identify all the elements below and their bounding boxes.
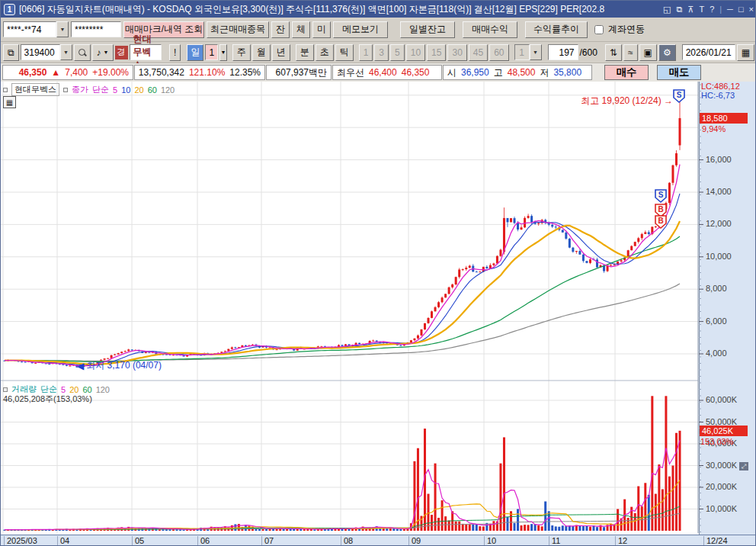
candle-count-input[interactable]: [548, 44, 578, 60]
sell-button[interactable]: 매도: [657, 65, 701, 80]
price-cell: 46,350 ▲ 7,400 +19.00%: [2, 65, 133, 80]
daily-balance-button[interactable]: 일별잔고: [400, 21, 455, 38]
quote-bar: 46,350 ▲ 7,400 +19.00% 13,750,342 121.10…: [1, 63, 756, 82]
interval-value[interactable]: 1: [205, 44, 218, 60]
minute-60-button[interactable]: 60: [489, 44, 508, 61]
period-month-button[interactable]: 월: [252, 44, 271, 61]
pin-icon[interactable]: ⊼: [687, 5, 694, 14]
volume-axis-label: 50,000K: [706, 417, 737, 426]
x-axis-label: 09: [408, 536, 421, 546]
stock-name-field[interactable]: 현대무벡스: [130, 44, 162, 60]
minute-45-button[interactable]: 45: [469, 44, 488, 61]
unfilled-button[interactable]: 미: [312, 21, 331, 38]
filled-button[interactable]: 체: [292, 21, 310, 38]
save-icon[interactable]: ▣: [639, 44, 657, 61]
x-axis-label: 05: [132, 536, 144, 546]
value-cell: 607,937백만: [266, 65, 332, 80]
investment-warning-badge: 경: [115, 46, 128, 59]
svg-text:B: B: [658, 217, 663, 225]
account-link-checkbox[interactable]: [594, 25, 604, 34]
day-volume: 13,750,342: [139, 67, 184, 78]
grid-tool-icon[interactable]: ▦: [3, 96, 16, 108]
low-label: 저: [540, 66, 549, 79]
stock-code-input[interactable]: [21, 44, 60, 60]
svg-text:B: B: [658, 205, 663, 214]
high-label: 고: [494, 66, 503, 79]
account-input[interactable]: [3, 21, 56, 37]
trade-profit-button[interactable]: 매매수익: [463, 21, 517, 38]
app-window: 1 [0606] 자동일지차트(매매내역) - KOSDAQ 외국인보유[3,3…: [0, 0, 756, 546]
current-price-pct: 9,94%: [702, 124, 726, 133]
chart-region: SSBB 현대무벡스 종가 단순 5 10 20 60 120 ▦ 최고 19,…: [1, 82, 756, 546]
popout-icon[interactable]: ◱: [663, 5, 671, 14]
minute-1-button[interactable]: 1: [359, 44, 373, 61]
trade-value: 607,937백만: [276, 66, 327, 79]
x-axis-strip: 2025/0304050607080910111212/24: [1, 535, 756, 546]
minute-30-button[interactable]: 30: [447, 44, 466, 61]
gear-icon[interactable]: ⚙: [658, 44, 676, 61]
x-axis-label: 08: [341, 536, 353, 546]
price-axis-label: 12,000: [706, 219, 732, 228]
chart-canvas[interactable]: SSBB: [1, 82, 756, 546]
titlebar-separator: |: [719, 5, 722, 14]
x-axis-label: 12/24: [703, 536, 728, 546]
buy-button[interactable]: 매수: [604, 65, 649, 80]
trade-mark-icon[interactable]: ⇅: [605, 44, 622, 61]
period-tick-button[interactable]: 틱: [335, 44, 354, 61]
search-icon[interactable]: [74, 44, 91, 61]
volume-axis-label: 20,000K: [706, 482, 737, 491]
legend-stock-name[interactable]: 현대무벡스: [11, 83, 59, 96]
date-input[interactable]: [682, 44, 735, 60]
pane-expand-icon[interactable]: ⤢: [739, 462, 748, 471]
stock-link-icon[interactable]: ⧉: [3, 44, 19, 61]
period-second-button[interactable]: 초: [316, 44, 334, 61]
text-tool-icon[interactable]: T: [699, 5, 704, 14]
yield-trend-button[interactable]: 수익률추이: [525, 21, 588, 38]
period-week-button[interactable]: 주: [232, 44, 251, 61]
turnover-ratio: 12.35%: [229, 67, 261, 78]
current-volume-pct: 153,03%: [700, 437, 733, 446]
balance-button[interactable]: 잔: [271, 21, 290, 38]
calendar-icon[interactable]: ▦: [737, 44, 754, 61]
maximize-button[interactable]: □: [738, 5, 744, 14]
account-link-label: 계좌연동: [608, 23, 645, 36]
duplicate-window-icon[interactable]: ⧉: [676, 5, 682, 14]
help-icon[interactable]: ?: [710, 5, 714, 14]
chevron-down-icon: ▼: [104, 50, 109, 55]
trendline-icon[interactable]: ≈: [623, 44, 638, 61]
memo-view-button[interactable]: 메모보기: [333, 21, 388, 38]
chevron-down-icon: ▼: [530, 44, 542, 60]
volume-ratio: 121.10%: [189, 67, 225, 78]
volume-current-value: 46,025,208주(153,03%): [3, 393, 92, 405]
chevron-down-icon[interactable]: ▼: [56, 21, 69, 37]
legend-ma60: 60: [148, 85, 157, 95]
legend-checkbox-icon[interactable]: [63, 88, 68, 92]
price-axis-label: 4,000: [706, 348, 727, 358]
period-minute-button[interactable]: 분: [296, 44, 314, 61]
period-day-button[interactable]: 일: [187, 44, 203, 61]
legend-checkbox-icon[interactable]: [3, 88, 8, 92]
minute-3-button[interactable]: 3: [374, 44, 389, 61]
password-input[interactable]: [71, 21, 121, 37]
stock-code-select[interactable]: ▼: [21, 44, 72, 60]
volume-axis-label: 10,000K: [706, 504, 737, 513]
minimize-button[interactable]: ─: [727, 5, 733, 14]
chevron-down-icon[interactable]: ▼: [219, 44, 227, 61]
minute-15-button[interactable]: 15: [427, 44, 446, 61]
alert-button[interactable]: !: [169, 44, 181, 61]
window-number-badge: 1: [4, 4, 15, 15]
minute-10-button[interactable]: 10: [406, 44, 425, 61]
period-year-button[interactable]: 년: [272, 44, 290, 61]
x-axis-label: 11: [549, 536, 560, 546]
legend-checkbox-icon[interactable]: [3, 387, 8, 392]
trade-marker-B: B: [655, 204, 666, 217]
legend-ma5: 5: [113, 85, 117, 95]
recent-trades-button[interactable]: 최근매매종목: [207, 21, 269, 38]
ohl-cell: 시 36,950 고 48,500 저 35,800: [443, 65, 592, 80]
close-button[interactable]: ×: [749, 5, 754, 14]
sound-alert-button[interactable]: ♪▼: [92, 44, 114, 61]
minute-5-button[interactable]: 5: [390, 44, 405, 61]
chevron-down-icon[interactable]: ▼: [60, 44, 72, 60]
volume-legend-ma20: 20: [69, 385, 78, 394]
account-select[interactable]: ▼: [3, 21, 69, 37]
